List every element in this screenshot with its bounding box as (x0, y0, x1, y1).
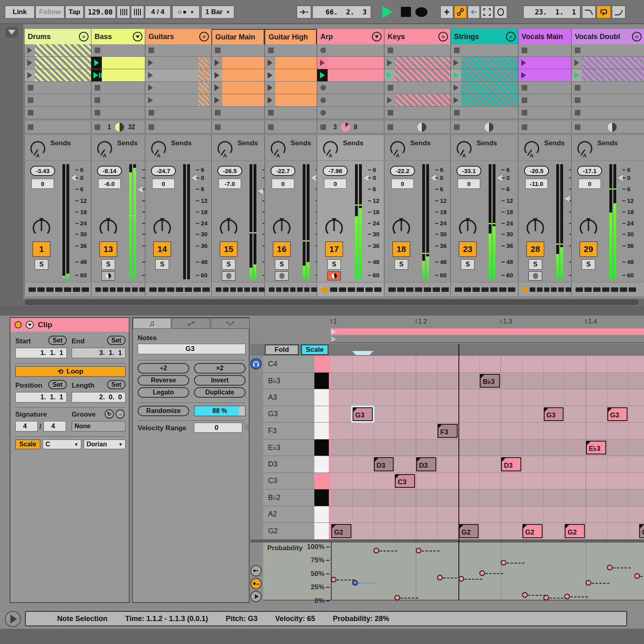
meter-left[interactable] (250, 164, 252, 279)
db-scale-label[interactable]: 60 (440, 272, 447, 279)
meter-right[interactable] (307, 164, 310, 279)
stop-button[interactable] (401, 7, 411, 17)
clip-slot[interactable] (518, 107, 571, 119)
clip-launch-button[interactable] (212, 94, 222, 106)
double-time-button[interactable]: ×2 (194, 363, 246, 374)
io-square[interactable] (522, 287, 528, 292)
followup-count2[interactable]: 32 (128, 124, 135, 131)
meter-peak-tick[interactable] (493, 223, 495, 224)
clip-slot[interactable] (91, 94, 145, 107)
invert-button[interactable]: Invert (194, 375, 246, 386)
meter-right[interactable] (359, 164, 362, 279)
track-number-button[interactable]: 1 (33, 242, 50, 257)
preview-headphone-icon[interactable] (250, 358, 262, 369)
clip-slot[interactable] (518, 44, 571, 57)
io-square[interactable] (348, 287, 355, 292)
track-column[interactable]: Strings≡ASends-33.1023S60612182430364860 (450, 24, 518, 296)
peak-level-value[interactable]: -24.7 (151, 166, 176, 176)
stop-clip-icon[interactable] (522, 110, 527, 116)
meter-fill[interactable] (426, 256, 429, 279)
sends-section[interactable]: ASends (317, 135, 384, 160)
db-scale-label[interactable]: 18 (373, 208, 380, 215)
piano-key[interactable]: G3 (263, 406, 331, 423)
clip-slot[interactable] (145, 82, 211, 94)
sends-section[interactable]: ASends (384, 135, 450, 160)
loop-switch-icon[interactable] (597, 6, 611, 19)
clip-play-icon[interactable] (454, 85, 458, 91)
clip-slot[interactable] (91, 69, 145, 82)
nudge-down-icon[interactable] (117, 6, 130, 19)
track-name[interactable]: Guitar High (268, 33, 308, 41)
clip-body[interactable] (275, 57, 317, 69)
probability-point[interactable] (458, 576, 464, 582)
clip-launch-button[interactable] (384, 69, 395, 81)
io-square[interactable] (321, 287, 328, 292)
clip-play-icon[interactable] (454, 97, 458, 103)
track-column[interactable]: Drums≡ASends-3.4301S60612182430364860 (24, 24, 91, 296)
gain-field[interactable]: 0 (458, 179, 480, 189)
velocity-range-field[interactable]: 0 (194, 423, 242, 433)
track-header[interactable]: Keys≡ (384, 29, 450, 44)
meter-right[interactable] (66, 164, 69, 279)
db-scale-tick[interactable] (368, 200, 371, 201)
position-set-button[interactable]: Set (48, 380, 67, 389)
clip-body[interactable] (35, 57, 91, 69)
meter-fill[interactable] (133, 168, 136, 279)
io-square[interactable] (223, 287, 229, 292)
stop-clip-icon[interactable] (522, 47, 527, 53)
db-scale-label[interactable]: 0 (80, 174, 83, 181)
db-scale-tick[interactable] (196, 200, 199, 201)
followup-pie-icon[interactable] (341, 123, 350, 132)
db-scale-tick[interactable] (622, 223, 625, 224)
send-a-knob[interactable]: A (321, 138, 340, 158)
meter-fill[interactable] (489, 233, 491, 279)
clip-slot[interactable] (317, 57, 384, 69)
group-clip-segment[interactable] (198, 82, 209, 94)
track-column[interactable]: Vocals Doubl≡ASends-17.1029S606121824303… (571, 24, 644, 296)
mixer-strip[interactable]: -33.1023S60612182430364860 (450, 161, 518, 282)
stop-clip-icon[interactable] (388, 47, 393, 53)
track-header[interactable]: Guitar Main (211, 29, 264, 44)
note-value-field[interactable]: G3 (138, 344, 246, 354)
send-a-knob[interactable]: A (29, 138, 47, 158)
peak-level-value[interactable]: -20.5 (524, 166, 549, 176)
io-square[interactable] (593, 287, 601, 292)
loop-region-bar[interactable] (331, 328, 644, 335)
clip-play-icon[interactable] (574, 72, 579, 78)
io-square[interactable] (252, 287, 257, 292)
db-scale-tick[interactable] (435, 223, 438, 224)
clip-slot[interactable] (211, 69, 264, 82)
probability-point[interactable] (501, 560, 506, 566)
clip-body[interactable] (461, 82, 518, 94)
followup-pie-icon[interactable] (608, 123, 617, 132)
signature-denominator-field[interactable]: 4 (43, 421, 66, 431)
record-slot-icon[interactable] (320, 47, 326, 53)
io-square[interactable] (55, 287, 62, 292)
db-scale-tick[interactable] (435, 189, 438, 190)
midi-note[interactable]: C3 (395, 474, 415, 488)
db-scale-label[interactable]: 30 (627, 231, 634, 237)
gain-field[interactable]: 0 (391, 179, 414, 189)
db-scale-label[interactable]: 6 (506, 186, 510, 192)
groove-commit-icon[interactable]: → (116, 409, 125, 419)
io-square[interactable] (29, 287, 36, 292)
clip-play-icon[interactable] (454, 72, 458, 78)
io-square[interactable] (73, 287, 80, 292)
db-scale-tick[interactable] (196, 212, 199, 213)
sends-section[interactable]: ASends (24, 135, 91, 160)
db-scale-tick[interactable] (196, 223, 199, 224)
peak-level-value[interactable]: -33.1 (456, 166, 481, 176)
clip-play-icon[interactable] (454, 60, 458, 66)
db-scale-label[interactable]: 60 (80, 272, 87, 279)
track-column[interactable]: Vocals MainASends-20.5-11.028S (518, 24, 571, 296)
meter-left[interactable] (609, 164, 612, 279)
grid-row[interactable] (331, 406, 644, 423)
grid-row[interactable] (331, 423, 644, 440)
meter-peak-tick[interactable] (422, 253, 425, 254)
lane-divider[interactable] (250, 539, 644, 543)
piano-key[interactable]: C3 (263, 473, 331, 490)
clip-launch-button[interactable] (451, 69, 461, 81)
meter-peak-tick[interactable] (129, 215, 132, 216)
io-square[interactable] (176, 287, 183, 292)
clip-play-icon[interactable] (268, 85, 272, 91)
